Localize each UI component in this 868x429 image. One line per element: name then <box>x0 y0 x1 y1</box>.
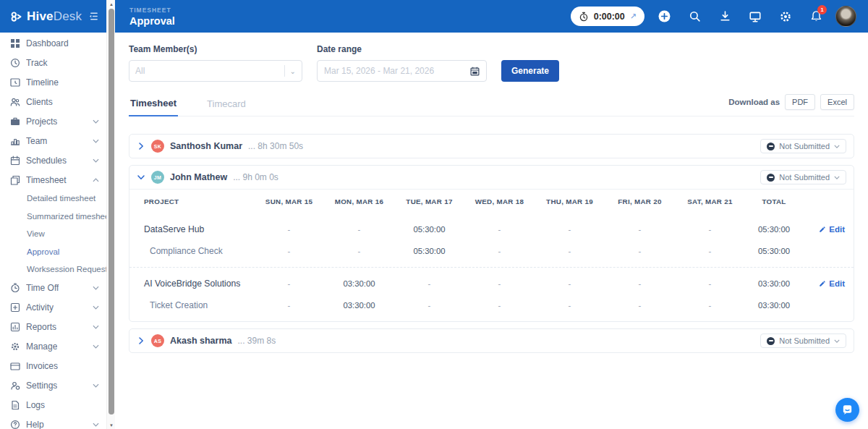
chevron-up-icon <box>93 178 99 182</box>
day-value: - <box>675 247 745 255</box>
timer-widget[interactable]: 0:00:00 ↗ <box>571 7 644 26</box>
member-row[interactable]: JM John Mathew ... 9h 0m 0s Not Submitte… <box>129 166 854 189</box>
manage-icon <box>9 341 20 352</box>
member-duration: ... 8h 30m 50s <box>248 141 303 151</box>
not-submitted-icon <box>767 174 775 182</box>
notifications-bell-button[interactable]: 1 <box>805 6 827 27</box>
edit-link[interactable]: Edit <box>819 225 845 234</box>
sidebar-item-projects[interactable]: Projects <box>0 111 106 131</box>
tab-timesheet[interactable]: Timesheet <box>129 93 178 116</box>
sidebar-subitem-approval[interactable]: Approval <box>0 243 106 261</box>
status-dropdown[interactable]: Not Submitted <box>760 139 846 153</box>
projects-icon <box>9 116 20 127</box>
sidebar-collapse-icon[interactable] <box>88 11 99 22</box>
calendar-icon[interactable] <box>470 67 480 76</box>
day-value: - <box>254 247 324 255</box>
sidebar-item-timesheet[interactable]: Timesheet <box>0 170 106 190</box>
sidebar-item-label: Settings <box>26 381 57 391</box>
chat-widget-button[interactable] <box>835 398 859 422</box>
sidebar-item-schedules[interactable]: Schedules <box>0 150 106 170</box>
search-button[interactable] <box>684 6 705 27</box>
sidebar-item-timeline[interactable]: Timeline <box>0 72 106 92</box>
scrollbar-thumb[interactable] <box>109 9 114 415</box>
sidebar-subitem-detailed-timesheet[interactable]: Detailed timesheet <box>0 190 106 208</box>
sidebar-item-team[interactable]: Team <box>0 131 106 150</box>
expand-timer-icon[interactable]: ↗ <box>630 12 637 21</box>
sidebar-item-activity[interactable]: Activity <box>0 298 106 318</box>
team-members-select[interactable]: All ⌄ <box>129 60 302 82</box>
status-label: Not Submitted <box>779 142 830 150</box>
day-value: - <box>535 247 605 255</box>
member-card-santhosh: SK Santhosh Kumar ... 8h 30m 50s Not Sub… <box>129 134 854 158</box>
sidebar-item-logs[interactable]: Logs <box>0 396 106 415</box>
sidebar-subitem-worksession-requests[interactable]: Worksession Requests (0) <box>0 260 106 279</box>
settings-icon <box>9 381 20 391</box>
column-header: SAT, MAR 21 <box>675 197 745 205</box>
member-name[interactable]: Santhosh Kumar <box>170 141 242 151</box>
sidebar-item-manage[interactable]: Manage <box>0 337 106 357</box>
timer-value: 0:00:00 <box>594 12 625 22</box>
download-pdf-button[interactable]: PDF <box>785 94 815 110</box>
project-group: DataServe Hub - - 05:30:00 - - - - 05:30… <box>129 213 854 268</box>
sidebar-item-help[interactable]: Help <box>0 415 106 429</box>
chevron-down-icon: ⌄ <box>285 67 296 75</box>
date-range-input[interactable] <box>324 66 470 76</box>
screen-share-button[interactable] <box>744 6 766 27</box>
clients-icon <box>9 97 20 107</box>
sidebar-subitem-summarized-timesheet[interactable]: Summarized timesheet <box>0 208 106 226</box>
sidebar-item-label: Projects <box>26 116 57 127</box>
scrollbar-down-arrow[interactable]: ▼ <box>107 423 116 428</box>
project-name: AI VoiceBridge Solutions <box>129 279 254 289</box>
download-excel-button[interactable]: Excel <box>820 94 854 110</box>
total-value: 05:30:00 <box>745 225 803 234</box>
not-submitted-icon <box>767 337 775 345</box>
brand-logo[interactable]: HiveDesk <box>0 0 106 33</box>
member-row[interactable]: AS Akash sharma ... 39m 8s Not Submitted <box>129 329 854 352</box>
quick-add-button[interactable] <box>653 6 675 27</box>
member-row[interactable]: SK Santhosh Kumar ... 8h 30m 50s Not Sub… <box>129 135 854 158</box>
member-card-john: JM John Mathew ... 9h 0m 0s Not Submitte… <box>129 165 854 322</box>
edit-link[interactable]: Edit <box>819 279 845 288</box>
vertical-scrollbar[interactable]: ▲ ▼ <box>106 0 115 429</box>
member-name[interactable]: John Mathew <box>170 172 227 182</box>
timesheet-icon <box>9 175 20 185</box>
team-icon <box>9 136 20 146</box>
sidebar-item-track[interactable]: Track <box>0 53 106 72</box>
day-value: - <box>464 279 535 288</box>
sidebar-item-settings[interactable]: Settings <box>0 376 106 396</box>
tab-timecard[interactable]: Timecard <box>205 94 247 116</box>
sidebar-item-label: Invoices <box>26 361 58 371</box>
expand-chevron-right-icon[interactable] <box>137 142 145 150</box>
day-value: - <box>605 301 675 310</box>
user-avatar[interactable] <box>835 6 856 27</box>
sidebar-item-time-off[interactable]: Time Off <box>0 279 106 298</box>
brand-name: HiveDesk <box>27 9 82 24</box>
collapse-chevron-down-icon[interactable] <box>137 173 145 182</box>
download-button[interactable] <box>714 6 736 27</box>
settings-gear-button[interactable] <box>775 6 796 27</box>
day-value: 03:30:00 <box>324 279 394 288</box>
status-dropdown[interactable]: Not Submitted <box>760 334 846 348</box>
sidebar-item-invoices[interactable]: Invoices <box>0 357 106 376</box>
expand-chevron-right-icon[interactable] <box>137 336 145 345</box>
day-value: - <box>254 225 324 234</box>
member-card-akash: AS Akash sharma ... 39m 8s Not Submitted <box>129 328 854 353</box>
chevron-down-icon <box>93 119 99 124</box>
scrollbar-up-arrow[interactable]: ▲ <box>107 2 116 7</box>
status-dropdown[interactable]: Not Submitted <box>760 170 846 184</box>
sidebar-item-clients[interactable]: Clients <box>0 92 106 111</box>
generate-button[interactable]: Generate <box>501 60 559 82</box>
date-range-field[interactable] <box>317 60 487 82</box>
total-value: 05:30:00 <box>745 247 803 255</box>
day-value: - <box>535 225 605 234</box>
date-range-label: Date range <box>317 44 487 54</box>
member-name[interactable]: Akash sharma <box>170 336 231 346</box>
day-value: - <box>464 301 535 310</box>
task-name: Compliance Check <box>129 246 254 256</box>
sidebar-item-reports[interactable]: Reports <box>0 318 106 337</box>
sidebar-subitem-view[interactable]: View <box>0 225 106 243</box>
sidebar-item-label: Reports <box>26 322 56 332</box>
sidebar-item-dashboard[interactable]: Dashboard <box>0 33 106 53</box>
table-row: DataServe Hub - - 05:30:00 - - - - 05:30… <box>129 218 854 240</box>
sidebar-item-label: Time Off <box>26 283 59 293</box>
